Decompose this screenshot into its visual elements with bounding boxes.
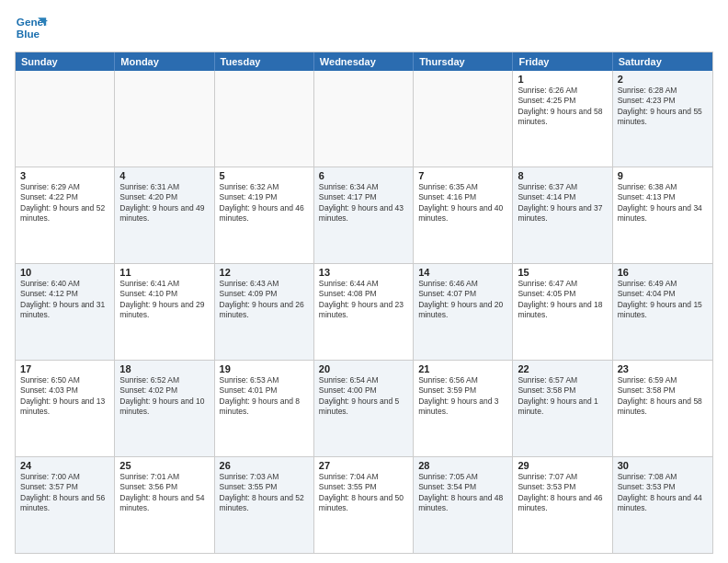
calendar-row-4: 24Sunrise: 7:00 AM Sunset: 3:57 PM Dayli… <box>16 456 712 553</box>
day-number: 5 <box>220 170 309 181</box>
day-cell-16: 16Sunrise: 6:49 AM Sunset: 4:04 PM Dayli… <box>613 264 712 360</box>
day-number: 23 <box>618 363 708 374</box>
day-number: 11 <box>119 267 209 278</box>
day-cell-15: 15Sunrise: 6:47 AM Sunset: 4:05 PM Dayli… <box>513 264 612 360</box>
day-cell-17: 17Sunrise: 6:50 AM Sunset: 4:03 PM Dayli… <box>16 361 115 456</box>
cell-info: Sunrise: 6:31 AM Sunset: 4:20 PM Dayligh… <box>119 182 209 224</box>
cell-info: Sunrise: 6:50 AM Sunset: 4:03 PM Dayligh… <box>20 375 109 418</box>
cell-info: Sunrise: 6:32 AM Sunset: 4:19 PM Dayligh… <box>220 182 309 224</box>
cell-info: Sunrise: 6:35 AM Sunset: 4:16 PM Dayligh… <box>418 182 507 224</box>
cell-info: Sunrise: 6:28 AM Sunset: 4:23 PM Dayligh… <box>618 86 708 128</box>
day-number: 17 <box>20 363 109 374</box>
logo-icon: General Blue <box>15 11 48 44</box>
day-cell-9: 9Sunrise: 6:38 AM Sunset: 4:13 PM Daylig… <box>613 167 712 263</box>
day-number: 25 <box>119 460 209 471</box>
day-header-wednesday: Wednesday <box>314 52 414 71</box>
header: General Blue <box>15 11 713 44</box>
cell-info: Sunrise: 6:26 AM Sunset: 4:25 PM Dayligh… <box>518 86 607 128</box>
day-number: 29 <box>518 460 607 471</box>
cell-info: Sunrise: 7:07 AM Sunset: 3:53 PM Dayligh… <box>518 472 607 514</box>
day-header-friday: Friday <box>513 52 612 71</box>
day-cell-19: 19Sunrise: 6:53 AM Sunset: 4:01 PM Dayli… <box>215 361 314 456</box>
day-number: 15 <box>518 267 607 278</box>
day-cell-11: 11Sunrise: 6:41 AM Sunset: 4:10 PM Dayli… <box>115 264 214 360</box>
day-cell-2: 2Sunrise: 6:28 AM Sunset: 4:23 PM Daylig… <box>613 71 712 167</box>
day-cell-26: 26Sunrise: 7:03 AM Sunset: 3:55 PM Dayli… <box>215 457 314 553</box>
cell-info: Sunrise: 7:01 AM Sunset: 3:56 PM Dayligh… <box>119 472 209 514</box>
day-cell-3: 3Sunrise: 6:29 AM Sunset: 4:22 PM Daylig… <box>16 167 115 263</box>
day-number: 24 <box>20 460 109 471</box>
day-number: 4 <box>119 170 209 181</box>
cell-info: Sunrise: 6:54 AM Sunset: 4:00 PM Dayligh… <box>319 375 408 418</box>
day-number: 21 <box>418 363 507 374</box>
day-cell-1: 1Sunrise: 6:26 AM Sunset: 4:25 PM Daylig… <box>513 71 612 167</box>
cell-info: Sunrise: 6:29 AM Sunset: 4:22 PM Dayligh… <box>20 182 109 224</box>
cell-info: Sunrise: 6:46 AM Sunset: 4:07 PM Dayligh… <box>418 279 507 321</box>
cell-info: Sunrise: 7:05 AM Sunset: 3:54 PM Dayligh… <box>418 472 507 514</box>
day-cell-24: 24Sunrise: 7:00 AM Sunset: 3:57 PM Dayli… <box>16 457 115 553</box>
cell-info: Sunrise: 6:52 AM Sunset: 4:02 PM Dayligh… <box>119 375 209 418</box>
calendar-row-3: 17Sunrise: 6:50 AM Sunset: 4:03 PM Dayli… <box>16 360 712 456</box>
cell-info: Sunrise: 6:56 AM Sunset: 3:59 PM Dayligh… <box>418 375 507 418</box>
day-cell-22: 22Sunrise: 6:57 AM Sunset: 3:58 PM Dayli… <box>513 361 612 456</box>
cell-info: Sunrise: 6:57 AM Sunset: 3:58 PM Dayligh… <box>518 375 607 418</box>
day-cell-8: 8Sunrise: 6:37 AM Sunset: 4:14 PM Daylig… <box>513 167 612 263</box>
calendar-row-0: 1Sunrise: 6:26 AM Sunset: 4:25 PM Daylig… <box>16 71 712 167</box>
cell-info: Sunrise: 6:53 AM Sunset: 4:01 PM Dayligh… <box>220 375 309 418</box>
day-number: 28 <box>418 460 507 471</box>
day-cell-20: 20Sunrise: 6:54 AM Sunset: 4:00 PM Dayli… <box>314 361 414 456</box>
day-header-monday: Monday <box>115 52 214 71</box>
day-cell-7: 7Sunrise: 6:35 AM Sunset: 4:16 PM Daylig… <box>414 167 513 263</box>
day-number: 9 <box>618 170 708 181</box>
cell-info: Sunrise: 6:41 AM Sunset: 4:10 PM Dayligh… <box>119 279 209 321</box>
day-number: 20 <box>319 363 408 374</box>
empty-cell-0-2 <box>215 71 314 167</box>
day-cell-13: 13Sunrise: 6:44 AM Sunset: 4:08 PM Dayli… <box>314 264 414 360</box>
day-header-tuesday: Tuesday <box>215 52 314 71</box>
day-number: 14 <box>418 267 507 278</box>
cell-info: Sunrise: 7:00 AM Sunset: 3:57 PM Dayligh… <box>20 472 109 514</box>
cell-info: Sunrise: 6:38 AM Sunset: 4:13 PM Dayligh… <box>618 182 708 224</box>
cell-info: Sunrise: 6:40 AM Sunset: 4:12 PM Dayligh… <box>20 279 109 321</box>
empty-cell-0-0 <box>16 71 115 167</box>
cell-info: Sunrise: 6:34 AM Sunset: 4:17 PM Dayligh… <box>319 182 408 224</box>
day-number: 18 <box>119 363 209 374</box>
day-cell-10: 10Sunrise: 6:40 AM Sunset: 4:12 PM Dayli… <box>16 264 115 360</box>
day-number: 13 <box>319 267 408 278</box>
empty-cell-0-3 <box>314 71 414 167</box>
svg-text:Blue: Blue <box>17 28 40 40</box>
day-number: 2 <box>618 74 708 85</box>
day-cell-12: 12Sunrise: 6:43 AM Sunset: 4:09 PM Dayli… <box>215 264 314 360</box>
day-number: 27 <box>319 460 408 471</box>
cell-info: Sunrise: 6:49 AM Sunset: 4:04 PM Dayligh… <box>618 279 708 321</box>
calendar-row-1: 3Sunrise: 6:29 AM Sunset: 4:22 PM Daylig… <box>16 167 712 263</box>
cell-info: Sunrise: 7:08 AM Sunset: 3:53 PM Dayligh… <box>618 472 708 514</box>
calendar-body: 1Sunrise: 6:26 AM Sunset: 4:25 PM Daylig… <box>16 71 712 553</box>
day-cell-21: 21Sunrise: 6:56 AM Sunset: 3:59 PM Dayli… <box>414 361 513 456</box>
day-cell-5: 5Sunrise: 6:32 AM Sunset: 4:19 PM Daylig… <box>215 167 314 263</box>
cell-info: Sunrise: 6:44 AM Sunset: 4:08 PM Dayligh… <box>319 279 408 321</box>
day-number: 10 <box>20 267 109 278</box>
day-cell-6: 6Sunrise: 6:34 AM Sunset: 4:17 PM Daylig… <box>314 167 414 263</box>
cell-info: Sunrise: 6:43 AM Sunset: 4:09 PM Dayligh… <box>220 279 309 321</box>
day-number: 3 <box>20 170 109 181</box>
day-number: 8 <box>518 170 607 181</box>
day-header-thursday: Thursday <box>414 52 513 71</box>
day-number: 12 <box>220 267 309 278</box>
cell-info: Sunrise: 7:03 AM Sunset: 3:55 PM Dayligh… <box>220 472 309 514</box>
day-number: 30 <box>618 460 708 471</box>
day-number: 19 <box>220 363 309 374</box>
day-cell-25: 25Sunrise: 7:01 AM Sunset: 3:56 PM Dayli… <box>115 457 214 553</box>
cell-info: Sunrise: 7:04 AM Sunset: 3:55 PM Dayligh… <box>319 472 408 514</box>
day-number: 22 <box>518 363 607 374</box>
empty-cell-0-4 <box>414 71 513 167</box>
day-cell-14: 14Sunrise: 6:46 AM Sunset: 4:07 PM Dayli… <box>414 264 513 360</box>
day-cell-4: 4Sunrise: 6:31 AM Sunset: 4:20 PM Daylig… <box>115 167 214 263</box>
day-cell-27: 27Sunrise: 7:04 AM Sunset: 3:55 PM Dayli… <box>314 457 414 553</box>
empty-cell-0-1 <box>115 71 214 167</box>
day-cell-28: 28Sunrise: 7:05 AM Sunset: 3:54 PM Dayli… <box>414 457 513 553</box>
page: General Blue SundayMondayTuesdayWednesda… <box>0 0 728 563</box>
cell-info: Sunrise: 6:59 AM Sunset: 3:58 PM Dayligh… <box>618 375 708 418</box>
day-number: 26 <box>220 460 309 471</box>
day-cell-30: 30Sunrise: 7:08 AM Sunset: 3:53 PM Dayli… <box>613 457 712 553</box>
